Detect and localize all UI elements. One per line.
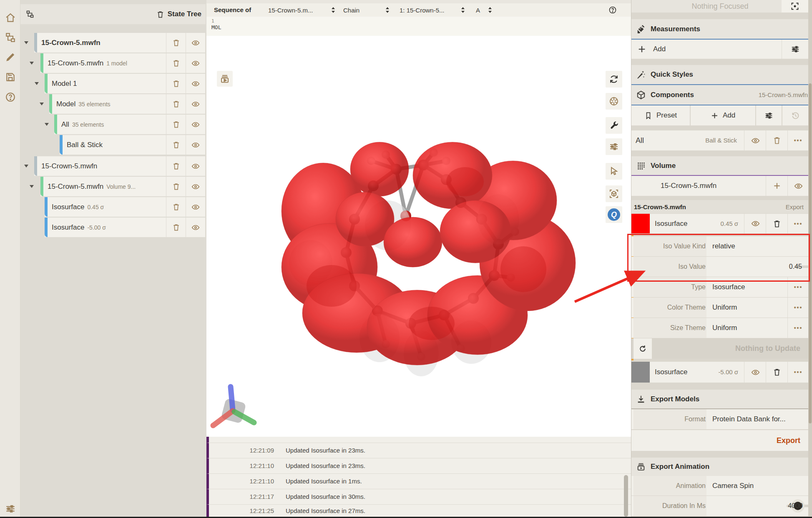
more-options-icon[interactable]: ••• [787, 214, 809, 233]
eye-icon[interactable] [744, 130, 766, 150]
selection-mode-button[interactable] [606, 185, 622, 202]
undo-history-button[interactable] [782, 105, 809, 125]
isosurface-negative-row[interactable]: Isosurface -5.00 σ ••• [631, 362, 809, 383]
refresh-button[interactable] [634, 338, 652, 359]
tree-row[interactable]: All 35 elements [20, 115, 206, 134]
tree-row[interactable]: Isosurface -5.00 σ [20, 218, 206, 237]
eye-icon[interactable] [186, 197, 205, 217]
help-icon[interactable] [5, 92, 16, 103]
tree-row[interactable]: 15-Crown-5.mwfn [20, 156, 206, 176]
eye-icon[interactable] [744, 214, 766, 233]
chevron-down-icon[interactable] [24, 165, 28, 168]
trash-icon[interactable] [166, 74, 186, 93]
trash-icon[interactable] [156, 10, 164, 18]
measurement-options-button[interactable] [782, 40, 809, 59]
export-button[interactable]: Export [777, 430, 800, 451]
home-icon[interactable] [5, 13, 16, 23]
export-models-header[interactable]: Export Models [631, 390, 812, 409]
settings-sliders-icon[interactable] [5, 503, 16, 514]
duration-number[interactable]: 4000 [788, 502, 803, 510]
eye-icon[interactable] [186, 218, 205, 237]
trash-icon[interactable] [166, 218, 186, 237]
more-options-icon[interactable]: ••• [787, 298, 809, 318]
trash-icon[interactable] [166, 177, 186, 196]
tree-row[interactable]: Isosurface 0.45 σ [20, 197, 206, 217]
eye-icon[interactable] [186, 53, 205, 73]
volume-export-link[interactable]: Export [786, 203, 804, 210]
more-options-icon[interactable]: ••• [787, 362, 809, 383]
tree-row[interactable]: 15-Crown-5.mwfn Volume 9... [20, 177, 206, 196]
tree-row[interactable]: Ball & Stick [20, 135, 206, 155]
trash-icon[interactable] [166, 135, 186, 155]
trash-icon[interactable] [166, 156, 186, 176]
param-row-size-theme[interactable]: Size Theme Uniform ••• [631, 318, 809, 338]
isosurface-positive-row[interactable]: Isosurface 0.45 σ ••• [631, 214, 809, 233]
molstar-q-badge[interactable]: Q [606, 206, 622, 223]
eye-icon[interactable] [186, 94, 205, 114]
trash-icon[interactable] [166, 197, 186, 217]
eye-icon[interactable] [186, 156, 205, 176]
tree-row[interactable]: Model 35 elements [20, 94, 206, 114]
more-options-icon[interactable]: ••• [787, 130, 809, 150]
export-animation-header[interactable]: Export Animation [631, 458, 812, 477]
format-row[interactable]: Format Protein Data Bank for... [631, 409, 809, 429]
eye-icon[interactable] [186, 74, 205, 93]
param-row-color-theme[interactable]: Color Theme Uniform ••• [631, 298, 809, 318]
chevron-down-icon[interactable] [45, 123, 49, 126]
trash-icon[interactable] [166, 115, 186, 134]
entity-dropdown[interactable]: 1: 15-Crown-5... [400, 3, 465, 17]
controls-button[interactable] [606, 117, 622, 134]
eye-icon[interactable] [186, 135, 205, 155]
mode-dropdown[interactable]: Chain [343, 3, 390, 17]
eye-icon[interactable] [186, 33, 205, 53]
trash-icon[interactable] [166, 94, 186, 114]
structure-dropdown[interactable]: 15-Crown-5.m... [268, 3, 336, 17]
format-value[interactable]: Protein Data Bank for... [706, 409, 809, 429]
chevron-down-icon[interactable] [30, 62, 34, 65]
eye-icon[interactable] [186, 177, 205, 196]
animation-value[interactable]: Camera Spin [706, 476, 809, 495]
viewport-3d[interactable] [206, 36, 631, 437]
animation-stack-icon[interactable] [217, 71, 233, 87]
color-swatch[interactable] [631, 214, 650, 233]
component-options-button[interactable] [756, 105, 782, 125]
save-icon[interactable] [5, 72, 16, 83]
tree-row[interactable]: 15-Crown-5.mwfn [20, 33, 206, 53]
trash-icon[interactable] [166, 33, 186, 53]
reset-camera-button[interactable] [606, 71, 622, 88]
chevron-down-icon[interactable] [24, 41, 28, 44]
settings-button[interactable] [606, 138, 622, 155]
eye-icon[interactable] [787, 176, 809, 196]
chain-dropdown[interactable]: A [476, 3, 493, 17]
eye-icon[interactable] [186, 115, 205, 134]
trash-icon[interactable] [766, 214, 788, 233]
log-scrollbar[interactable] [624, 475, 628, 517]
tree-row[interactable]: Model 1 [20, 74, 206, 93]
chevron-down-icon[interactable] [40, 103, 44, 105]
volume-source-row[interactable]: 15-Crown-5.mwfn [631, 176, 809, 196]
trash-icon[interactable] [166, 53, 186, 73]
eye-icon[interactable] [744, 362, 766, 383]
plus-icon[interactable] [766, 176, 788, 196]
help-icon[interactable] [608, 6, 617, 14]
chevron-down-icon[interactable] [35, 82, 39, 85]
cursor-mode-button[interactable] [606, 163, 622, 180]
state-tree-icon[interactable] [5, 32, 16, 43]
sequence-residue[interactable]: MOL [211, 24, 221, 30]
tree-row[interactable]: 15-Crown-5.mwfn 1 model [20, 53, 206, 73]
trash-icon[interactable] [766, 362, 788, 383]
component-all-row[interactable]: All Ball & Stick ••• [631, 130, 809, 150]
axes-widget[interactable] [213, 387, 254, 425]
chevron-down-icon[interactable] [30, 185, 34, 188]
preset-button[interactable]: Preset [631, 105, 690, 125]
measurements-add-row[interactable]: Add [631, 40, 809, 59]
quick-styles-header[interactable]: Quick Styles [631, 65, 812, 85]
measurements-header[interactable]: Measurements [631, 19, 812, 40]
animation-row[interactable]: Animation Camera Spin [631, 476, 809, 495]
more-options-icon[interactable]: ••• [787, 318, 809, 338]
screenshot-button[interactable] [606, 93, 622, 110]
volume-header[interactable]: Volume [631, 156, 812, 176]
trash-icon[interactable] [766, 130, 788, 150]
color-swatch[interactable] [631, 362, 650, 383]
pencil-icon[interactable] [5, 52, 16, 63]
